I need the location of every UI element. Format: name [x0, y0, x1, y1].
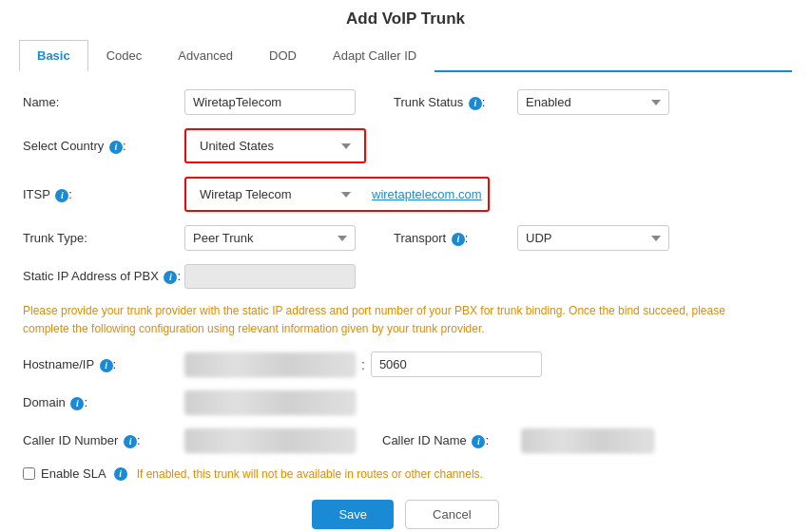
- domain-row: Domain i:: [23, 390, 788, 415]
- cancel-button[interactable]: Cancel: [405, 500, 498, 529]
- enable-sla-info-icon[interactable]: i: [114, 467, 127, 481]
- domain-info-icon[interactable]: i: [70, 397, 84, 410]
- static-ip-info-icon[interactable]: i: [164, 271, 177, 284]
- domain-blurred[interactable]: [184, 390, 356, 415]
- static-ip-row: Static IP Address of PBX i:: [23, 264, 788, 289]
- transport-select-wrapper: UDP TCP TLS: [517, 225, 669, 251]
- notice-text: Please provide your trunk provider with …: [23, 302, 736, 338]
- hostname-label: Hostname/IP i:: [23, 357, 184, 372]
- trunk-status-select[interactable]: Enabled Disabled: [517, 89, 669, 115]
- sla-notice: If enabled, this trunk will not be avail…: [137, 467, 483, 481]
- caller-id-number-label: Caller ID Number i:: [23, 433, 184, 448]
- enable-sla-label: Enable SLA: [41, 466, 106, 481]
- country-select[interactable]: United States Canada United Kingdom: [192, 134, 358, 158]
- name-row: Name: Trunk Status i: Enabled Disabled: [23, 89, 788, 115]
- trunk-status-label: Trunk Status i:: [394, 95, 517, 110]
- static-ip-value: [184, 264, 356, 289]
- port-input[interactable]: [371, 352, 542, 377]
- tab-basic[interactable]: Basic: [19, 40, 88, 72]
- domain-label: Domain i:: [23, 395, 184, 410]
- transport-group: Transport i: UDP TCP TLS: [394, 225, 669, 251]
- transport-select[interactable]: UDP TCP TLS: [517, 225, 669, 251]
- country-select-wrapper: United States Canada United Kingdom: [184, 128, 366, 163]
- name-input[interactable]: [184, 89, 356, 115]
- hostname-row: Hostname/IP i: :: [23, 352, 788, 377]
- hostname-blurred[interactable]: [184, 352, 356, 377]
- hostname-port-group: :: [184, 352, 542, 377]
- caller-id-name-info-icon[interactable]: i: [472, 435, 485, 448]
- name-label: Name:: [23, 95, 184, 109]
- transport-info-icon[interactable]: i: [452, 233, 465, 246]
- country-row: Select Country i: United States Canada U…: [23, 128, 788, 163]
- country-info-icon[interactable]: i: [109, 141, 123, 154]
- itsp-row: ITSP i: Wiretap Telecom wiretaptelecom.c…: [23, 177, 788, 212]
- trunk-type-row: Trunk Type: Peer Trunk Register Trunk Tr…: [23, 225, 788, 251]
- tab-codec[interactable]: Codec: [88, 40, 161, 72]
- country-label: Select Country i:: [23, 139, 184, 154]
- page-title: Add VoIP Trunk: [19, 10, 792, 28]
- itsp-link[interactable]: wiretaptelecom.com: [372, 187, 482, 201]
- caller-id-name-label: Caller ID Name i:: [382, 433, 515, 448]
- trunk-status-select-wrapper: Enabled Disabled: [517, 89, 669, 115]
- enable-sla-row: Enable SLA i If enabled, this trunk will…: [23, 466, 788, 481]
- itsp-select[interactable]: Wiretap Telecom: [192, 182, 358, 206]
- trunk-status-info-icon[interactable]: i: [469, 97, 482, 110]
- caller-id-name-group: Caller ID Name i:: [382, 428, 654, 453]
- tabs-bar: Basic Codec Advanced DOD Adapt Caller ID: [19, 40, 792, 72]
- caller-id-row: Caller ID Number i: Caller ID Name i:: [23, 428, 788, 453]
- page-container: Add VoIP Trunk Basic Codec Advanced DOD …: [0, 0, 811, 532]
- enable-sla-checkbox[interactable]: [23, 467, 35, 480]
- trunk-type-select-wrapper: Peer Trunk Register Trunk: [184, 225, 356, 251]
- caller-id-number-blurred[interactable]: [184, 428, 356, 453]
- form-section: Name: Trunk Status i: Enabled Disabled S…: [19, 89, 792, 529]
- tab-dod[interactable]: DOD: [251, 40, 315, 72]
- trunk-type-label: Trunk Type:: [23, 231, 184, 245]
- trunk-type-select[interactable]: Peer Trunk Register Trunk: [184, 225, 356, 251]
- caller-id-number-info-icon[interactable]: i: [124, 435, 137, 448]
- itsp-label: ITSP i:: [23, 187, 184, 202]
- caller-id-name-blurred[interactable]: [521, 428, 654, 453]
- footer-buttons: Save Cancel: [23, 500, 788, 529]
- hostname-info-icon[interactable]: i: [100, 359, 113, 372]
- tab-adapt-caller-id[interactable]: Adapt Caller ID: [315, 40, 434, 72]
- static-ip-label: Static IP Address of PBX i:: [23, 269, 184, 284]
- itsp-wrapper: Wiretap Telecom wiretaptelecom.com: [184, 177, 490, 212]
- itsp-info-icon[interactable]: i: [55, 189, 68, 202]
- tab-advanced[interactable]: Advanced: [160, 40, 251, 72]
- save-button[interactable]: Save: [312, 500, 394, 529]
- trunk-status-group: Trunk Status i: Enabled Disabled: [394, 89, 669, 115]
- transport-label: Transport i:: [394, 231, 517, 246]
